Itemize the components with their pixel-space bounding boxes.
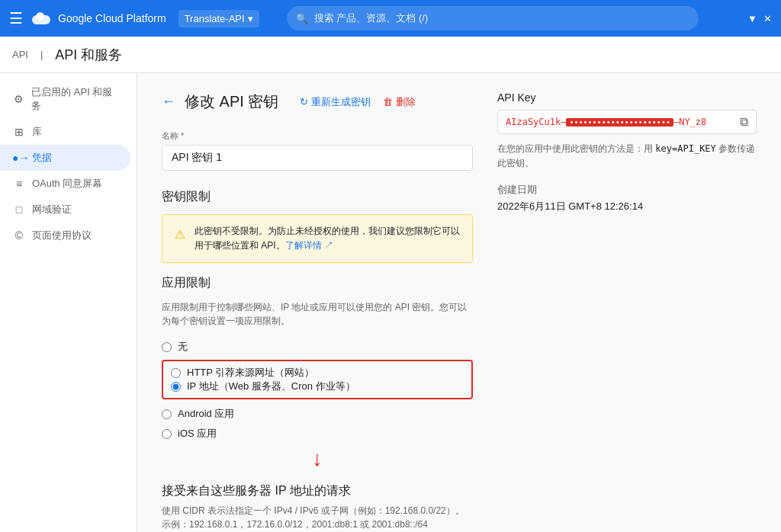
translate-api-button[interactable]: Translate-API ▾ <box>178 10 259 27</box>
header-actions: ↻ 重新生成密钥 🗑 删除 <box>300 95 416 109</box>
warning-icon: ⚠ <box>175 225 185 253</box>
ip-desc: 使用 CIDR 表示法指定一个 IPv4 / IPv6 或子网（例如：192.1… <box>162 504 473 531</box>
learn-more-link[interactable]: 了解详情 ↗ <box>285 240 333 251</box>
radio-ios-label: iOS 应用 <box>178 427 217 441</box>
radio-none[interactable]: 无 <box>162 340 473 354</box>
api-usage-text: 在您的应用中使用此密钥的方法是：用 key=API_KEY 参数传递此密钥。 <box>497 142 757 171</box>
api-key-value: AIzaSyCu1k—••••••••••••••••••••••—NY_z8 <box>506 117 734 127</box>
domain-icon: □ <box>12 204 26 216</box>
search-bar[interactable]: 🔍 搜索 产品、资源、文档 (/) <box>287 6 699 30</box>
search-icon: 🔍 <box>296 13 308 24</box>
nav-right-actions: ▼ ✕ <box>747 13 772 24</box>
api-key-display: AIzaSyCu1k—••••••••••••••••••••••—NY_z8 … <box>497 110 757 134</box>
sidebar-item-terms-label: 页面使用协议 <box>32 229 92 242</box>
settings-icon: ⚙ <box>12 93 25 105</box>
radio-ip-label: IP 地址（Web 服务器、Cron 作业等） <box>187 380 355 393</box>
key-limit-section: 密钥限制 ⚠ 此密钥不受限制。为防止未经授权的使用，我们建议您限制它可以用于哪些… <box>162 189 473 532</box>
chevron-down-icon: ▾ <box>248 13 253 24</box>
radio-ios-input[interactable] <box>162 429 172 439</box>
sidebar-item-enabled-label: 已启用的 API 和服务 <box>31 85 118 113</box>
delete-label: 删除 <box>396 95 416 109</box>
name-input[interactable] <box>162 145 473 171</box>
page-title: 修改 API 密钥 <box>185 91 278 112</box>
radio-android-label: Android 应用 <box>178 407 234 421</box>
regenerate-key-button[interactable]: ↻ 重新生成密钥 <box>300 95 371 109</box>
second-bar: API | API 和服务 <box>0 37 781 73</box>
radio-android[interactable]: Android 应用 <box>162 407 473 421</box>
sidebar-item-enabled[interactable]: ⚙ 已启用的 API 和服务 <box>0 79 130 119</box>
translate-label: Translate-API <box>185 13 245 24</box>
sidebar-item-oauth-label: OAuth 同意屏幕 <box>32 177 102 191</box>
main-content: ← 修改 API 密钥 ↻ 重新生成密钥 🗑 删除 名称 * <box>137 73 781 532</box>
sidebar-item-oauth[interactable]: ≡ OAuth 同意屏幕 <box>0 171 130 197</box>
google-cloud-icon <box>29 10 53 27</box>
app-name-text: Google Cloud Platform <box>58 12 166 24</box>
radio-http-label: HTTP 引荐来源网址（网站） <box>187 366 314 380</box>
created-date-section: 创建日期 2022年6月11日 GMT+8 12:26:14 <box>497 183 757 213</box>
terms-icon: © <box>12 229 26 242</box>
radio-android-input[interactable] <box>162 409 172 419</box>
page-header: ← 修改 API 密钥 ↻ 重新生成密钥 🗑 删除 <box>162 91 473 112</box>
library-icon: ⊞ <box>12 126 26 138</box>
search-placeholder: 搜索 产品、资源、文档 (/) <box>314 11 429 25</box>
warning-box: ⚠ 此密钥不受限制。为防止未经授权的使用，我们建议您限制它可以用于哪些位置和 A… <box>162 214 473 263</box>
oauth-icon: ≡ <box>12 178 26 190</box>
left-panel: ← 修改 API 密钥 ↻ 重新生成密钥 🗑 删除 名称 * <box>162 91 473 532</box>
sidebar-item-domain-label: 网域验证 <box>32 203 72 216</box>
refresh-icon: ↻ <box>300 96 308 107</box>
right-panel: API Key AIzaSyCu1k—•••••••••••••••••••••… <box>497 91 757 532</box>
hamburger-menu-icon[interactable]: ☰ <box>9 9 23 27</box>
app-limit-desc: 应用限制用于控制哪些网站、IP 地址或应用可以使用您的 API 密钥。您可以为每… <box>162 300 473 328</box>
sidebar-item-library[interactable]: ⊞ 库 <box>0 119 130 145</box>
name-label: 名称 * <box>162 130 473 142</box>
sidebar: ⚙ 已启用的 API 和服务 ⊞ 库 ●→ 凭据 ≡ OAuth 同意屏幕 □ … <box>0 73 137 532</box>
top-navigation: ☰ Google Cloud Platform Translate-API ▾ … <box>0 0 781 37</box>
radio-none-label: 无 <box>178 340 188 354</box>
credentials-icon: ●→ <box>12 152 26 164</box>
sidebar-item-terms[interactable]: © 页面使用协议 <box>0 223 130 248</box>
app-limit-title: 应用限制 <box>162 275 473 291</box>
svg-rect-1 <box>36 12 44 21</box>
ip-section: 接受来自这些服务器 IP 地址的请求 使用 CIDR 表示法指定一个 IPv4 … <box>162 483 473 532</box>
radio-http-input[interactable] <box>171 368 181 378</box>
radio-group-app-limit: 无 HTTP 引荐来源网址（网站） IP 地址（Web 服务器、Cron 作业等… <box>162 340 473 441</box>
warning-text: 此密钥不受限制。为防止未经授权的使用，我们建议您限制它可以用于哪些位置和 API… <box>194 224 460 253</box>
trash-icon: 🗑 <box>383 96 393 107</box>
arrow-annotation: ↓ <box>162 447 473 471</box>
sidebar-item-domain[interactable]: □ 网域验证 <box>0 197 130 223</box>
expand-icon[interactable]: ▼ <box>747 13 757 24</box>
radio-http[interactable]: HTTP 引荐来源网址（网站） <box>171 366 464 380</box>
back-button[interactable]: ← <box>162 94 175 110</box>
radio-none-input[interactable] <box>162 342 172 352</box>
name-field-group: 名称 * <box>162 130 473 171</box>
api-key-section: API Key AIzaSyCu1k—•••••••••••••••••••••… <box>497 91 757 213</box>
app-logo: Google Cloud Platform <box>29 10 166 27</box>
copy-icon[interactable]: ⧉ <box>740 115 748 129</box>
highlighted-radio-box: HTTP 引荐来源网址（网站） IP 地址（Web 服务器、Cron 作业等） <box>162 360 473 399</box>
section-title: API 和服务 <box>55 46 122 64</box>
arrow-down-icon: ↓ <box>312 447 323 471</box>
regenerate-label: 重新生成密钥 <box>311 95 371 109</box>
ip-section-title: 接受来自这些服务器 IP 地址的请求 <box>162 483 473 499</box>
created-label: 创建日期 <box>497 183 757 197</box>
sidebar-item-credentials[interactable]: ●→ 凭据 <box>0 145 130 171</box>
radio-ios[interactable]: iOS 应用 <box>162 427 473 441</box>
created-value: 2022年6月11日 GMT+8 12:26:14 <box>497 200 757 213</box>
sidebar-item-credentials-label: 凭据 <box>32 151 52 165</box>
key-limit-title: 密钥限制 <box>162 189 473 205</box>
close-icon[interactable]: ✕ <box>763 13 772 24</box>
page-layout: ⚙ 已启用的 API 和服务 ⊞ 库 ●→ 凭据 ≡ OAuth 同意屏幕 □ … <box>0 73 781 532</box>
radio-ip-input[interactable] <box>171 382 181 392</box>
delete-button[interactable]: 🗑 删除 <box>383 95 416 109</box>
code-snippet: key=API_KEY <box>655 143 715 154</box>
api-section-label: API <box>12 49 28 60</box>
sidebar-item-library-label: 库 <box>32 125 42 139</box>
radio-ip[interactable]: IP 地址（Web 服务器、Cron 作业等） <box>171 380 464 393</box>
section-divider: | <box>40 49 43 60</box>
api-key-title: API Key <box>497 91 757 104</box>
